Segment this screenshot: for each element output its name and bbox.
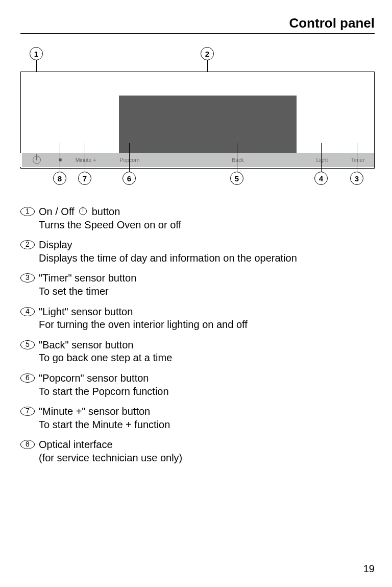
desc-item-2: 2 Display Displays the time of day and i… — [20, 239, 375, 265]
desc-num: 3 — [20, 273, 35, 283]
title-rule — [20, 33, 375, 34]
desc-sub: To go back one step at a time — [39, 351, 375, 365]
desc-sub: To start the Popcorn function — [39, 385, 375, 398]
desc-item-8: 8 Optical interface (for service technic… — [20, 438, 375, 464]
light-button-label: Light — [307, 153, 337, 167]
desc-title: Display — [39, 239, 72, 250]
desc-sub: Turns the Speed Oven on or off — [39, 219, 375, 232]
desc-title: Optical interface — [39, 439, 113, 450]
desc-num: 8 — [20, 440, 35, 449]
power-icon — [79, 207, 88, 216]
callout-bubble-3: 3 — [350, 172, 363, 185]
desc-num: 5 — [20, 340, 35, 349]
back-button-label: Back — [223, 153, 253, 167]
description-list: 1 On / Off button Turns the Speed Oven o… — [20, 205, 375, 465]
callout-bubble-4: 4 — [314, 172, 328, 185]
callout-bubble-8: 8 — [53, 172, 66, 185]
callout-bubble-1: 1 — [30, 47, 43, 60]
timer-button-label: Timer — [342, 153, 373, 167]
optical-interface-dot — [59, 158, 62, 161]
desc-sub: For turning the oven interior lighting o… — [39, 318, 375, 332]
desc-title: "Back" sensor button — [39, 339, 133, 350]
power-icon — [32, 155, 41, 165]
desc-item-4: 4 "Light" sensor button For turning the … — [20, 306, 375, 332]
desc-title-pre: On / Off — [39, 205, 75, 219]
page-number: 19 — [363, 563, 375, 575]
callout-bubble-6: 6 — [122, 172, 136, 185]
desc-item-1: 1 On / Off button Turns the Speed Oven o… — [20, 205, 375, 231]
minute-plus-button-label: Minute + — [68, 153, 104, 167]
desc-title: "Timer" sensor button — [39, 272, 136, 284]
desc-num: 7 — [20, 407, 35, 416]
callout-bubble-2: 2 — [201, 47, 214, 60]
callout-bubble-5: 5 — [230, 172, 243, 185]
control-panel-diagram: 1 2 Minute + Popcorn Back Light Timer 8 … — [20, 53, 375, 191]
desc-sub: To start the Minute + function — [39, 418, 375, 432]
display-screen — [119, 96, 297, 153]
desc-num: 6 — [20, 373, 35, 383]
desc-title: "Light" sensor button — [39, 306, 133, 317]
callout-bubble-7: 7 — [78, 172, 91, 185]
desc-title: "Popcorn" sensor button — [39, 372, 149, 384]
page-title: Control panel — [20, 15, 375, 31]
desc-num: 2 — [20, 240, 35, 249]
desc-sub: (for service technician use only) — [39, 452, 375, 465]
desc-item-5: 5 "Back" sensor button To go back one st… — [20, 339, 375, 365]
desc-sub: Displays the time of day and information… — [39, 252, 375, 265]
desc-title-post: button — [92, 205, 120, 219]
desc-item-7: 7 "Minute +" sensor button To start the … — [20, 405, 375, 431]
desc-num: 1 — [20, 207, 35, 216]
desc-item-6: 6 "Popcorn" sensor button To start the P… — [20, 372, 375, 398]
desc-num: 4 — [20, 307, 35, 316]
desc-title: "Minute +" sensor button — [39, 406, 150, 417]
desc-item-3: 3 "Timer" sensor button To set the timer — [20, 272, 375, 298]
desc-sub: To set the timer — [39, 285, 375, 298]
popcorn-button-label: Popcorn — [112, 153, 148, 167]
